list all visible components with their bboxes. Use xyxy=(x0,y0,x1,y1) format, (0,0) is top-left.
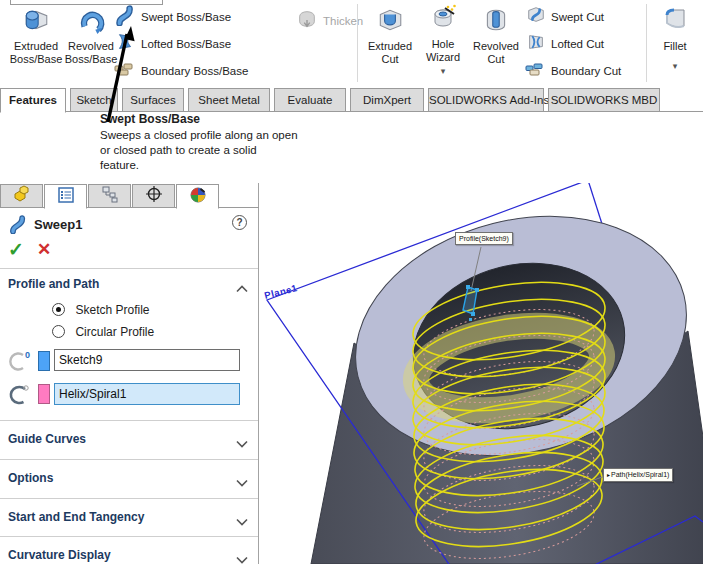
hole-wizard-dropdown-arrow[interactable]: ▾ xyxy=(441,67,446,75)
revolved-cut-icon xyxy=(482,6,510,38)
radio-sketch-profile[interactable]: Sketch Profile xyxy=(52,300,150,318)
tab-solidworks-mbd[interactable]: SOLIDWORKS MBD xyxy=(548,88,660,112)
separator xyxy=(0,459,258,460)
button-label: Swept Cut xyxy=(551,11,604,23)
lofted-cut-button[interactable]: Lofted Cut xyxy=(526,31,604,57)
tab-configuration-manager[interactable] xyxy=(88,184,131,208)
lofted-boss-base-button[interactable]: Lofted Boss/Base xyxy=(114,31,231,57)
chevron-down-icon[interactable] xyxy=(236,434,248,452)
profile-field[interactable] xyxy=(54,349,240,371)
property-list-icon xyxy=(56,186,76,208)
chevron-down-icon[interactable] xyxy=(236,512,248,530)
label-line: Hole xyxy=(426,38,460,51)
section-options: Options xyxy=(8,471,53,485)
label-line: Extruded xyxy=(368,40,412,53)
label-line: Fillet xyxy=(663,40,686,53)
lofted-cut-icon xyxy=(526,32,546,56)
hole-wizard-icon xyxy=(429,4,457,36)
button-label: Swept Boss/Base xyxy=(141,11,231,23)
button-label: Fillet xyxy=(663,40,686,53)
boundary-boss-base-button[interactable]: Boundary Boss/Base xyxy=(112,58,248,84)
tab-dimxpert-manager[interactable] xyxy=(132,184,175,208)
section-curvature-display: Curvature Display xyxy=(8,548,111,562)
tab-solidworks-add-ins[interactable]: SOLIDWORKS Add-Ins xyxy=(428,88,544,112)
fillet-dropdown-arrow[interactable]: ▾ xyxy=(673,62,678,70)
radio-circular-profile[interactable]: Circular Profile xyxy=(52,322,154,340)
swept-cut-button[interactable]: Swept Cut xyxy=(526,4,604,30)
chevron-down-icon[interactable] xyxy=(236,550,248,564)
toolbar-separator xyxy=(646,4,647,82)
path-field[interactable] xyxy=(54,383,240,405)
revolved-boss-base-button[interactable]: Revolved Boss/Base xyxy=(62,6,120,65)
label-line: Revolved xyxy=(473,40,519,53)
sweep-feature-icon xyxy=(8,214,28,238)
section-start-end-tangency: Start and End Tangency xyxy=(8,510,144,524)
profile-color-swatch xyxy=(38,351,50,371)
configurations-icon xyxy=(100,185,120,207)
tab-feature-manager[interactable] xyxy=(0,184,43,208)
solidworks-window: Extruded Boss/Base Revolved Boss/Base Sw… xyxy=(0,0,703,564)
extruded-boss-base-button[interactable]: Extruded Boss/Base xyxy=(8,6,64,65)
boundary-boss-icon xyxy=(112,58,136,84)
tab-surfaces[interactable]: Surfaces xyxy=(122,88,184,112)
separator xyxy=(0,536,258,537)
flag-arrow-icon: ▸ xyxy=(607,472,610,478)
separator xyxy=(0,420,258,421)
tab-dimxpert[interactable]: DimXpert xyxy=(350,88,424,112)
feature-title: Sweep1 xyxy=(34,217,82,232)
section-guide-curves: Guide Curves xyxy=(8,432,86,446)
separator xyxy=(0,498,258,499)
flag-label: Path(Helix/Spiral1) xyxy=(611,471,669,478)
command-manager-tabs: Features Sketch Surfaces Sheet Metal Eva… xyxy=(0,86,703,112)
lofted-boss-icon xyxy=(114,31,136,57)
path-color-swatch xyxy=(38,384,50,404)
ok-button[interactable]: ✓ xyxy=(8,238,24,261)
chevron-up-icon[interactable] xyxy=(236,279,248,297)
boundary-cut-icon xyxy=(524,59,546,83)
help-icon[interactable]: ? xyxy=(232,215,247,230)
tooltip-line: feature. xyxy=(100,158,320,173)
fillet-icon xyxy=(661,6,689,38)
path-callout-flag[interactable]: ▸Path(Helix/Spiral1) xyxy=(603,468,673,482)
tab-display-manager[interactable] xyxy=(176,184,219,209)
label-line: Cut xyxy=(368,53,412,66)
tab-property-manager[interactable] xyxy=(44,184,87,209)
label-line: Revolved xyxy=(65,40,118,53)
target-crosshair-icon xyxy=(144,185,164,207)
label-line: Cut xyxy=(473,53,519,66)
graphics-viewport[interactable]: Plane1 Profile(Sketch9) ▸Path(Helix/Spir… xyxy=(259,183,703,564)
swept-boss-base-button[interactable]: Swept Boss/Base xyxy=(114,4,231,30)
display-sphere-icon xyxy=(188,186,208,208)
button-label: Boundary Boss/Base xyxy=(141,65,248,77)
tooltip-line: or closed path to create a solid xyxy=(100,143,320,158)
extruded-cut-button[interactable]: Extruded Cut xyxy=(364,6,416,65)
part-tree-icon xyxy=(12,185,32,207)
tooltip-title: Swept Boss/Base xyxy=(100,112,320,126)
tab-evaluate[interactable]: Evaluate xyxy=(274,88,346,112)
profile-callout-flag[interactable]: Profile(Sketch9) xyxy=(455,232,513,245)
extruded-cut-icon xyxy=(376,6,404,38)
tab-sheet-metal[interactable]: Sheet Metal xyxy=(188,88,270,112)
revolved-boss-icon xyxy=(77,6,105,38)
button-label: Extruded Boss/Base xyxy=(10,40,63,65)
hole-wizard-button[interactable]: Hole Wizard ▾ xyxy=(418,4,468,75)
radio-label: Sketch Profile xyxy=(75,303,149,317)
swept-boss-tooltip: Swept Boss/Base Sweeps a closed profile … xyxy=(100,112,320,173)
property-manager-panel: Sweep1 ? ✓ ✕ Profile and Path Sketch Pro… xyxy=(0,183,259,564)
profile-selector-icon: 0 xyxy=(5,349,33,379)
boundary-cut-button[interactable]: Boundary Cut xyxy=(524,58,621,84)
button-label: Extruded Cut xyxy=(368,40,412,65)
manager-tabbar xyxy=(0,183,259,208)
button-label: Hole Wizard xyxy=(426,38,460,63)
chevron-down-icon[interactable] xyxy=(236,473,248,491)
revolved-cut-button[interactable]: Revolved Cut xyxy=(468,6,524,65)
cancel-button[interactable]: ✕ xyxy=(37,239,51,260)
fillet-button[interactable]: Fillet ▾ xyxy=(652,6,698,70)
label-line: Wizard xyxy=(426,51,460,64)
section-profile-and-path: Profile and Path xyxy=(8,277,99,291)
label-line: Extruded xyxy=(10,40,63,53)
tab-features[interactable]: Features xyxy=(0,88,66,113)
tab-sketch[interactable]: Sketch xyxy=(70,88,118,112)
button-label: Revolved Boss/Base xyxy=(65,40,118,65)
flag-label: Profile(Sketch9) xyxy=(459,235,509,242)
